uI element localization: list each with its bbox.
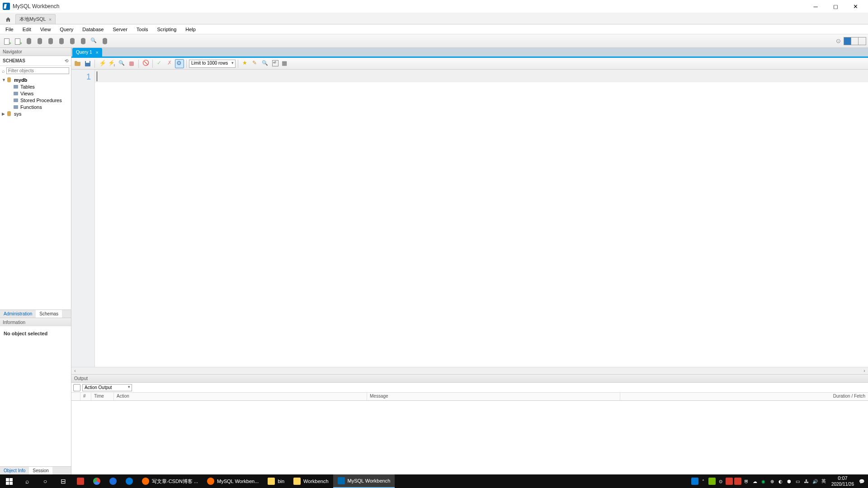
taskbar-app-ie[interactable] [105,474,121,488]
tray-icon[interactable]: ⊕ [769,478,776,485]
open-sql-button[interactable] [13,36,23,46]
taskbar-app-edge[interactable] [121,474,137,488]
search-button[interactable]: ⌕ [18,474,36,488]
schema-mydb[interactable]: ▼ mydb [0,76,71,83]
grid-button[interactable] [280,59,289,68]
output-type-dropdown[interactable]: Action Output [82,384,132,391]
ie-icon [109,478,117,485]
tray-ime-icon[interactable]: 英 [820,478,827,485]
new-sql-tab-button[interactable] [2,36,12,46]
tb-btn-7[interactable] [67,36,77,46]
tab-administration[interactable]: Administration [0,310,36,318]
scroll-right-button[interactable]: › [861,368,868,373]
tray-icon[interactable] [708,478,716,485]
tray-icon[interactable]: ☁ [751,478,759,485]
tab-object-info[interactable]: Object Info [0,467,29,474]
wrap-button[interactable] [270,59,279,68]
menu-database[interactable]: Database [78,25,108,33]
inspector-button[interactable] [24,36,34,46]
autocommit-button[interactable] [175,59,184,68]
menu-file[interactable]: File [1,25,18,33]
rollback-button[interactable] [165,59,174,68]
maximize-button[interactable]: ◻ [826,0,845,13]
taskbar-app-folder-bin[interactable]: bin [263,474,289,488]
expand-icon[interactable]: ▶ [2,112,6,116]
home-tab[interactable] [3,15,14,24]
folder-functions[interactable]: Functions [0,103,71,110]
folder-tables[interactable]: Tables [0,83,71,90]
close-icon[interactable]: × [49,17,52,22]
layout-secondary-button[interactable] [859,38,866,45]
tray-icon[interactable] [691,478,698,485]
taskbar-app-firefox-csdn[interactable]: 写文章-CSDN博客 ... [137,474,203,488]
tray-wechat-icon[interactable]: ◉ [760,478,767,485]
taskbar-app-folder-workbench[interactable]: Workbench [289,474,333,488]
execute-current-button[interactable] [107,59,116,68]
tray-chevron-icon[interactable]: ˄ [700,478,707,485]
minimize-button[interactable]: ─ [806,0,826,13]
taskbar-app-youdao[interactable] [72,474,89,488]
scroll-left-button[interactable]: ‹ [71,368,79,373]
close-button[interactable]: ✕ [845,0,865,13]
connection-tab[interactable]: 本地MySQL × [15,14,56,24]
close-icon[interactable]: × [96,50,99,55]
open-script-button[interactable] [73,59,82,68]
menu-query[interactable]: Query [55,25,78,33]
save-script-button[interactable] [83,59,92,68]
refresh-icon[interactable]: ⟲ [65,58,68,63]
tab-session[interactable]: Session [29,467,52,474]
folder-stored-procedures[interactable]: Stored Procedures [0,97,71,103]
tray-notifications-icon[interactable]: 💬 [858,478,865,485]
folder-views[interactable]: Views [0,90,71,97]
layout-output-button[interactable] [851,38,859,45]
taskbar-clock[interactable]: 0:07 2020/11/26 [829,475,857,487]
menu-scripting[interactable]: Scripting [153,25,181,33]
tb-btn-5[interactable] [46,36,56,46]
tray-icon[interactable]: ⛨ [743,478,750,485]
start-button[interactable] [0,474,18,488]
tray-icon[interactable]: ▭ [794,478,802,485]
tb-btn-9[interactable]: 🔍 [89,36,99,46]
sql-text-area[interactable] [95,70,868,367]
tray-icon[interactable] [734,478,741,485]
dont-execute-button[interactable] [141,59,150,68]
tray-icon[interactable]: ◐ [777,478,784,485]
layout-sidebar-button[interactable] [844,38,851,45]
stop-button[interactable] [127,59,136,68]
tray-icon[interactable] [726,478,733,485]
tb-btn-8[interactable] [78,36,88,46]
tray-icon[interactable]: ⬢ [786,478,793,485]
menu-edit[interactable]: Edit [18,25,36,33]
cortana-button[interactable]: ○ [36,474,54,488]
menu-server[interactable]: Server [108,25,132,33]
tb-btn-10[interactable] [100,36,110,46]
scroll-track[interactable] [79,368,861,374]
menu-help[interactable]: Help [181,25,200,33]
horizontal-scrollbar[interactable]: ‹ › [71,367,868,374]
taskbar-app-mysql-workbench[interactable]: MySQL Workbench [333,474,395,488]
sql-editor[interactable]: 1 [71,70,868,367]
taskbar-app-chrome[interactable] [89,474,105,488]
tray-icon[interactable]: ⊙ [717,478,724,485]
favorites-button[interactable] [241,59,250,68]
tab-schemas[interactable]: Schemas [36,310,62,318]
find-button[interactable] [260,59,269,68]
taskbar-app-firefox-mysql[interactable]: MySQL Workben... [203,474,263,488]
filter-input[interactable] [6,67,69,74]
tray-volume-icon[interactable]: 🔊 [811,478,819,485]
notifications-button[interactable]: ⊙ [833,36,843,46]
limit-rows-dropdown[interactable]: Limit to 1000 rows [189,60,236,68]
menu-tools[interactable]: Tools [132,25,153,33]
editor-tab-query1[interactable]: Query 1 × [72,48,102,56]
schema-sys[interactable]: ▶ sys [0,110,71,117]
expand-icon[interactable]: ▼ [2,78,6,82]
explain-button[interactable] [117,59,126,68]
beautify-button[interactable] [250,59,259,68]
task-view-button[interactable]: ⊟ [54,474,72,488]
tb-btn-6[interactable] [57,36,66,46]
commit-button[interactable] [155,59,164,68]
tray-network-icon[interactable]: 🖧 [803,478,810,485]
menu-view[interactable]: View [36,25,56,33]
execute-button[interactable] [97,59,106,68]
tb-btn-4[interactable] [35,36,45,46]
